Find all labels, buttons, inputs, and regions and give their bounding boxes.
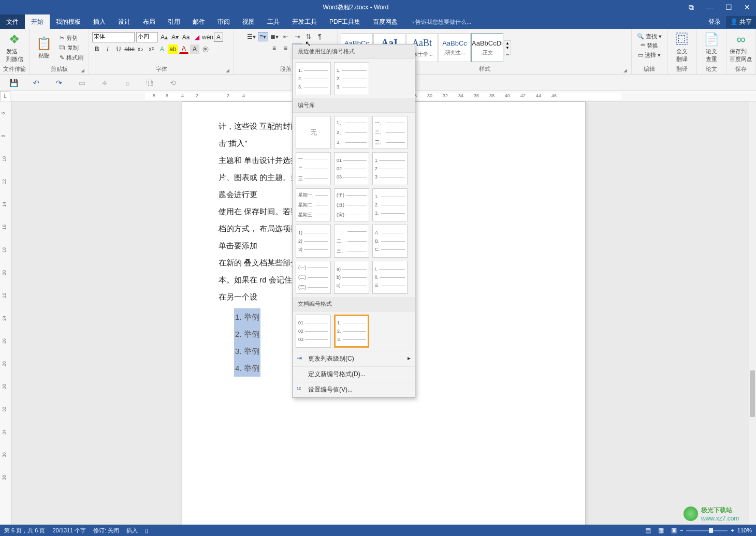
find-button[interactable]: 🔍查找 ▾ — [635, 32, 664, 41]
style-normal[interactable]: AaBbCcDi,正文 — [471, 33, 503, 62]
select-button[interactable]: ▭选择 ▾ — [636, 51, 663, 59]
numbering-library-item-13[interactable]: a)b)c) — [334, 261, 369, 294]
indent-increase-button[interactable]: ⇥ — [292, 32, 302, 41]
thesis-check-button[interactable]: 📄论文 查重 — [700, 32, 723, 63]
indent-decrease-button[interactable]: ⇤ — [281, 32, 291, 41]
numbering-button[interactable]: ≡▾ — [258, 32, 268, 41]
numbering-library-item-5[interactable]: 123 — [372, 152, 408, 185]
bold-button[interactable]: B — [92, 44, 101, 54]
numbering-library-item-4[interactable]: 010203 — [334, 152, 369, 185]
styles-launcher-icon[interactable]: ◢ — [623, 68, 627, 73]
login-button[interactable]: 登录 — [703, 18, 726, 26]
align-left-button[interactable]: ≡ — [269, 43, 280, 53]
align-center-button[interactable]: ≡ — [281, 43, 291, 53]
tab-references[interactable]: 引用 — [162, 14, 186, 29]
subscript-button[interactable]: x₂ — [136, 44, 145, 54]
tab-file[interactable]: 文件 — [0, 14, 25, 29]
numbering-library-item-7[interactable]: (子)(丑)(寅) — [334, 188, 369, 221]
numbering-library-item-1[interactable]: 1、2、3、 — [334, 116, 369, 149]
numbering-library-item-8[interactable]: 1.2.3. — [372, 188, 408, 221]
share-button[interactable]: 👤 共享 — [726, 16, 756, 28]
tab-insert[interactable]: 插入 — [87, 14, 112, 29]
change-case-button[interactable]: Aa — [181, 33, 191, 42]
set-number-value-menu[interactable]: ¹²设置编号值(V)... — [293, 382, 415, 397]
save-button[interactable]: 💾 — [7, 77, 20, 89]
status-words[interactable]: 20/1311 个字 — [52, 527, 86, 534]
numbering-library-item-12[interactable]: (一)(二)(三) — [296, 261, 331, 294]
translate-button[interactable]: ⿴全文 翻译 — [671, 32, 693, 63]
view-web-button[interactable]: ▣ — [668, 527, 680, 534]
numbering-doc-item-0[interactable]: 010203 — [296, 315, 331, 348]
tab-developer[interactable]: 开发工具 — [286, 14, 323, 29]
clipboard-launcher-icon[interactable]: ◢ — [81, 68, 84, 73]
close-icon[interactable]: ✕ — [743, 3, 752, 12]
char-border-button[interactable]: A — [214, 33, 223, 42]
save-baidu-button[interactable]: ∞保存到 百度网盘 — [730, 32, 752, 63]
vertical-scrollbar[interactable] — [749, 101, 756, 525]
numbering-library-item-10[interactable]: 一、二、三、 — [334, 225, 369, 258]
style-expand-button[interactable]: ⎯ — [504, 50, 511, 55]
undo-button[interactable]: ↶ — [30, 77, 42, 89]
numbering-recent-item-0[interactable]: 1.2.3. — [296, 62, 331, 95]
grow-font-button[interactable]: A▴ — [159, 33, 169, 42]
status-page[interactable]: 第 6 页，共 6 页 — [4, 527, 45, 534]
style-researcher[interactable]: AaBbCc,研究生... — [439, 33, 471, 62]
sort-button[interactable]: ⇅ — [303, 32, 314, 41]
tab-layout[interactable]: 布局 — [137, 14, 162, 29]
superscript-button[interactable]: x² — [147, 44, 156, 54]
font-size-combo[interactable]: 小四 — [136, 32, 158, 42]
redo-button[interactable]: ↷ — [53, 77, 65, 89]
qat-button-4[interactable]: ▭ — [76, 77, 88, 89]
tab-view[interactable]: 视图 — [236, 14, 261, 29]
send-to-wechat-button[interactable]: ❖ 发送 到微信 — [3, 32, 26, 63]
numbering-doc-item-1[interactable]: 1.2.3. — [334, 315, 369, 348]
status-macro-icon[interactable]: ▯ — [145, 527, 148, 534]
paste-button[interactable]: 📋 粘贴 — [33, 36, 55, 59]
view-print-button[interactable]: ▦ — [656, 527, 667, 534]
strike-button[interactable]: abc — [125, 44, 134, 54]
vertical-ruler[interactable]: 6 8 10 12 14 16 18 20 22 24 26 28 30 32 … — [0, 101, 11, 525]
view-read-button[interactable]: ▤ — [643, 527, 654, 534]
tab-pdf[interactable]: PDF工具集 — [323, 14, 367, 29]
style-scroll-up-button[interactable]: ▲ — [504, 41, 511, 46]
italic-button[interactable]: I — [103, 44, 112, 54]
tab-home[interactable]: 开始 — [25, 14, 50, 29]
format-painter-button[interactable]: ✎格式刷 — [57, 53, 85, 62]
status-insert[interactable]: 插入 — [126, 527, 138, 534]
zoom-value[interactable]: 110% — [737, 527, 752, 533]
copy-button[interactable]: ⿻复制 — [57, 43, 85, 52]
text-effect-button[interactable]: A — [157, 44, 167, 54]
zoom-in-button[interactable]: + — [731, 527, 734, 533]
qat-button-6[interactable]: ⌕ — [121, 77, 134, 89]
highlight-button[interactable]: ab — [168, 44, 178, 54]
zoom-slider[interactable] — [686, 530, 728, 531]
ribbon-options-icon[interactable]: ⧉ — [687, 3, 696, 12]
tab-baidu[interactable]: 百度网盘 — [367, 14, 404, 29]
numbering-library-item-11[interactable]: A.B.C. — [372, 225, 408, 258]
tab-selector[interactable]: L — [0, 91, 10, 101]
qat-button-5[interactable]: ⎆ — [98, 77, 111, 89]
tab-design[interactable]: 设计 — [112, 14, 137, 29]
underline-button[interactable]: U — [114, 44, 123, 54]
bullets-button[interactable]: ☰▾ — [246, 32, 257, 41]
numbering-library-item-9[interactable]: 1)2)3) — [296, 225, 331, 258]
numbering-library-item-2[interactable]: 一、二、三、 — [372, 116, 408, 149]
tab-review[interactable]: 审阅 — [211, 14, 236, 29]
qat-button-7[interactable]: ⿻ — [144, 77, 156, 89]
style-scroll-down-button[interactable]: ▼ — [504, 46, 511, 50]
phonetic-button[interactable]: wén — [203, 33, 212, 42]
numbering-recent-item-1[interactable]: 1.2.3. — [334, 62, 369, 95]
numbering-library-item-3[interactable]: 一二三 — [296, 152, 331, 185]
clear-format-button[interactable]: ◢ — [192, 33, 201, 42]
tab-mailings[interactable]: 邮件 — [186, 14, 211, 29]
tab-my-templates[interactable]: 我的模板 — [50, 14, 87, 29]
maximize-icon[interactable]: ☐ — [724, 3, 733, 12]
status-track[interactable]: 修订: 关闭 — [93, 527, 119, 534]
font-launcher-icon[interactable]: ◢ — [226, 68, 229, 73]
shrink-font-button[interactable]: A▾ — [170, 33, 180, 42]
qat-button-8[interactable]: ⟲ — [167, 77, 179, 89]
font-color-button[interactable]: A — [179, 44, 188, 54]
show-marks-button[interactable]: ¶ — [315, 32, 325, 41]
zoom-out-button[interactable]: − — [680, 527, 683, 533]
numbering-library-item-0[interactable]: 无 — [296, 116, 331, 149]
